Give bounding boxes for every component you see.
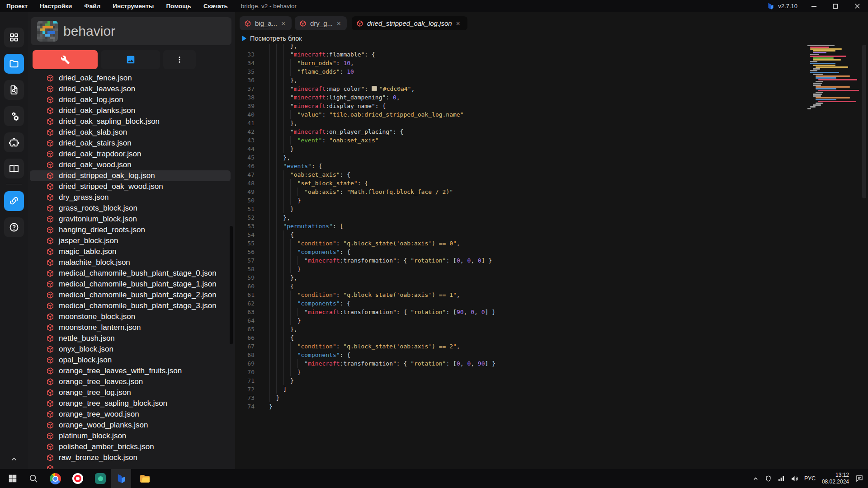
settings-icon[interactable] bbox=[4, 106, 24, 126]
list-item[interactable]: orange_tree_leaves_with_fruits.json bbox=[28, 366, 235, 376]
list-item[interactable]: dried_oak_fence.json bbox=[28, 73, 235, 84]
taskbar-chrome-icon[interactable] bbox=[46, 469, 64, 488]
list-item[interactable]: dried_oak_slab.json bbox=[28, 127, 235, 138]
list-item[interactable]: dried_oak_planks.json bbox=[28, 105, 235, 116]
menu-settings[interactable]: Настройки bbox=[40, 3, 72, 9]
tray-network-icon[interactable] bbox=[778, 475, 785, 482]
maximize-button[interactable] bbox=[825, 0, 846, 12]
code-line[interactable]: }, bbox=[235, 44, 809, 50]
code-line[interactable]: 62"components": { bbox=[235, 299, 809, 308]
file-search-icon[interactable] bbox=[4, 80, 24, 100]
list-item[interactable]: dried_oak_wood.json bbox=[28, 160, 235, 170]
menu-download[interactable]: Скачать bbox=[203, 3, 228, 9]
list-item[interactable]: dry_grass.json bbox=[28, 192, 235, 203]
code-line[interactable]: 41}, bbox=[235, 119, 809, 127]
list-item[interactable]: medical_chamomile_bush_plant_stage_1.jso… bbox=[28, 279, 235, 290]
code-line[interactable]: 65}, bbox=[235, 325, 809, 333]
list-item[interactable]: dried_oak_log.json bbox=[28, 94, 235, 105]
code-line[interactable]: 58} bbox=[235, 265, 809, 273]
close-button[interactable] bbox=[846, 0, 868, 12]
list-item[interactable]: medical_chamomile_bush_plant_stage_2.jso… bbox=[28, 290, 235, 300]
code-line[interactable]: 74} bbox=[235, 402, 809, 411]
tab-3[interactable]: dried_stripped_oak_log.json× bbox=[352, 16, 467, 30]
help-icon[interactable] bbox=[4, 217, 24, 237]
list-item[interactable]: dried_stripped_oak_log.json bbox=[30, 170, 231, 181]
minimap[interactable] bbox=[807, 45, 858, 110]
code-line[interactable]: 54{ bbox=[235, 230, 809, 239]
dashboard-icon[interactable] bbox=[4, 28, 24, 47]
code-line[interactable]: 56"components": { bbox=[235, 248, 809, 256]
code-line[interactable]: 66{ bbox=[235, 333, 809, 342]
code-line[interactable]: 68"components": { bbox=[235, 351, 809, 359]
collapse-sidebar-icon[interactable] bbox=[0, 455, 28, 464]
view-block-action[interactable]: Посмотреть блок bbox=[242, 32, 302, 44]
taskbar-search-icon[interactable] bbox=[24, 469, 42, 488]
code-line[interactable]: 69"minecraft:transformation": { "rotatio… bbox=[235, 359, 809, 368]
code-line[interactable]: 48"set_block_state": { bbox=[235, 179, 809, 188]
tab-1[interactable]: big_a...× bbox=[240, 16, 292, 30]
menu-help[interactable]: Помощь bbox=[166, 3, 191, 9]
code-line[interactable]: 70} bbox=[235, 368, 809, 376]
code-line[interactable]: 63"minecraft:transformation": { "rotatio… bbox=[235, 308, 809, 316]
code-line[interactable]: 53"permutations": [ bbox=[235, 222, 809, 230]
list-item[interactable]: orange_tree_leaves.json bbox=[28, 376, 235, 387]
tray-volume-icon[interactable] bbox=[791, 475, 798, 483]
code-editor[interactable]: },33"minecraft:flammable": {34"burn_odds… bbox=[235, 44, 809, 469]
list-item[interactable]: magic_table.json bbox=[28, 246, 235, 257]
start-button[interactable] bbox=[4, 469, 22, 488]
code-line[interactable]: 57"minecraft:transformation": { "rotatio… bbox=[235, 256, 809, 265]
list-item[interactable]: grass_roots_block.json bbox=[28, 203, 235, 214]
edit-config-button[interactable] bbox=[33, 50, 98, 69]
list-item[interactable]: jasper_block.json bbox=[28, 235, 235, 246]
list-item[interactable]: gravitonium_block.json bbox=[28, 214, 235, 225]
menu-file[interactable]: Файл bbox=[84, 3, 100, 9]
code-line[interactable]: 50} bbox=[235, 196, 809, 205]
code-line[interactable]: 72] bbox=[235, 385, 809, 394]
list-item[interactable]: dried_oak_stairs.json bbox=[28, 138, 235, 149]
minimize-button[interactable] bbox=[803, 0, 825, 12]
code-line[interactable]: 43"event": "oab:set_axis" bbox=[235, 136, 809, 145]
code-line[interactable]: 59}, bbox=[235, 273, 809, 282]
code-line[interactable]: 44} bbox=[235, 145, 809, 153]
code-line[interactable]: 42"minecraft:on_player_placing": { bbox=[235, 127, 809, 136]
taskbar-browser-icon[interactable] bbox=[69, 469, 87, 488]
list-item[interactable]: dried_oak_leaves.json bbox=[28, 84, 235, 94]
code-line[interactable]: 46"events": { bbox=[235, 162, 809, 170]
menu-tools[interactable]: Инструменты bbox=[113, 3, 154, 9]
code-line[interactable]: 39"minecraft:display_name": { bbox=[235, 102, 809, 110]
menu-project[interactable]: Проект bbox=[6, 3, 28, 9]
list-item[interactable]: orange_tree_sapling_block.json bbox=[28, 398, 235, 409]
keyboard-language[interactable]: РУС bbox=[804, 475, 816, 482]
editor-scrollbar[interactable] bbox=[862, 45, 866, 198]
list-item[interactable]: polished_amber_bricks.json bbox=[28, 441, 235, 452]
link-icon[interactable] bbox=[4, 191, 24, 211]
folder-icon[interactable] bbox=[4, 54, 24, 74]
tray-clock[interactable]: 13:12 08.02.2024 bbox=[822, 472, 849, 485]
list-item[interactable]: orange_tree_log.json bbox=[28, 387, 235, 398]
list-item[interactable]: platinum_block.json bbox=[28, 431, 235, 441]
taskbar-bridge-icon[interactable] bbox=[111, 469, 131, 488]
code-line[interactable]: 38"minecraft:light_dampening": 0, bbox=[235, 93, 809, 102]
code-line[interactable]: 36}, bbox=[235, 76, 809, 84]
code-line[interactable]: 34"burn_odds": 10, bbox=[235, 59, 809, 67]
code-line[interactable]: 55"condition": "q.block_state('oab:axis'… bbox=[235, 239, 809, 248]
action-center-icon[interactable] bbox=[855, 474, 863, 483]
extensions-icon[interactable] bbox=[4, 132, 24, 152]
close-tab-icon[interactable]: × bbox=[281, 20, 285, 27]
docs-book-icon[interactable] bbox=[4, 159, 24, 178]
list-item[interactable]: dried_oak_trapdoor.json bbox=[28, 149, 235, 160]
project-header[interactable]: behavior bbox=[31, 17, 231, 45]
more-options-button[interactable] bbox=[163, 50, 196, 69]
code-line[interactable]: 40"value": "tile.oab:dried_stripped_oak_… bbox=[235, 110, 809, 119]
list-item[interactable]: orange_wood_planks.json bbox=[28, 420, 235, 431]
explorer-scrollbar[interactable] bbox=[230, 226, 233, 344]
list-item[interactable]: medical_chamomile_bush_plant_stage_3.jso… bbox=[28, 300, 235, 311]
close-tab-icon[interactable]: × bbox=[337, 20, 341, 27]
code-line[interactable]: 61"condition": "q.block_state('oab:axis'… bbox=[235, 291, 809, 299]
list-item[interactable] bbox=[28, 463, 235, 469]
code-line[interactable]: 45}, bbox=[235, 153, 809, 162]
code-line[interactable]: 73} bbox=[235, 394, 809, 402]
list-item[interactable]: dried_stripped_oak_wood.json bbox=[28, 181, 235, 192]
code-line[interactable]: 35"flame_odds": 10 bbox=[235, 67, 809, 76]
code-line[interactable]: 37"minecraft:map_color": "#cdc0a4", bbox=[235, 84, 809, 93]
